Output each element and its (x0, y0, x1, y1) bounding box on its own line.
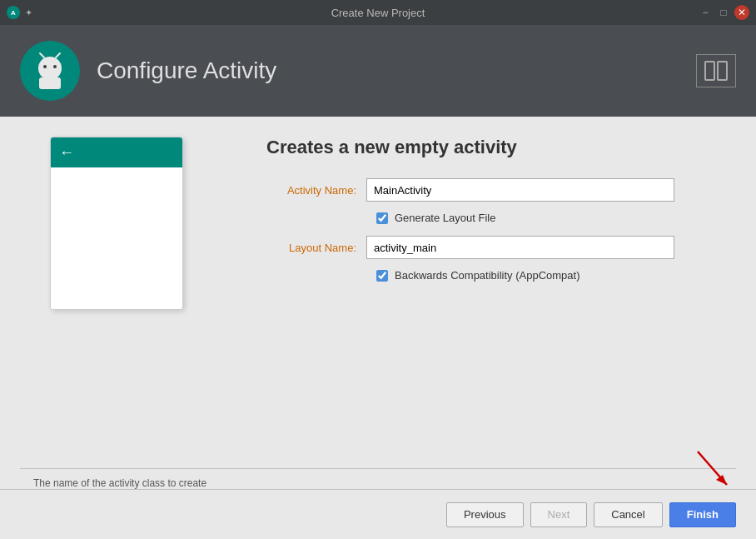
title-bar: A ✦ Create New Project − □ ✕ (0, 0, 756, 25)
window-title: Create New Project (331, 7, 425, 19)
svg-line-4 (56, 53, 60, 57)
svg-line-3 (40, 53, 44, 57)
form-area: Creates a new empty activity Activity Na… (233, 137, 756, 448)
status-text: The name of the activity class to create (0, 469, 756, 489)
backwards-compat-checkbox[interactable] (376, 270, 388, 282)
window-controls: − □ ✕ (698, 5, 749, 20)
view-toggle-button[interactable] (696, 54, 736, 87)
app-icon: A (7, 6, 20, 19)
phone-content-area (51, 167, 182, 309)
layout-name-input[interactable] (366, 236, 674, 259)
svg-point-1 (43, 65, 47, 68)
menu-icon: ✦ (25, 7, 32, 18)
generate-layout-label: Generate Layout File (395, 212, 495, 224)
close-button[interactable]: ✕ (734, 5, 749, 20)
backwards-compat-label: Backwards Compatibility (AppCompat) (395, 269, 580, 282)
activity-name-label: Activity Name: (266, 184, 366, 197)
maximize-button[interactable]: □ (716, 5, 731, 20)
bottom-bar: Previous Next Cancel Finish (0, 489, 756, 539)
activity-name-input[interactable] (366, 178, 674, 202)
generate-layout-checkbox[interactable] (376, 212, 388, 224)
phone-preview-panel: ← (0, 137, 233, 448)
svg-point-2 (53, 65, 57, 68)
content-area: ← Creates a new empty activity Activity … (0, 117, 756, 468)
backwards-compat-row: Backwards Compatibility (AppCompat) (376, 269, 723, 282)
title-bar-left: A ✦ (7, 6, 32, 19)
layout-name-label: Layout Name: (266, 242, 366, 254)
main-content: ← Creates a new empty activity Activity … (0, 117, 756, 539)
android-logo-svg (29, 50, 71, 92)
next-button[interactable]: Next (530, 502, 588, 527)
bottom-section: Previous Next Cancel Finish (0, 489, 756, 539)
cancel-button[interactable]: Cancel (594, 502, 662, 527)
layout-name-row: Layout Name: (266, 236, 723, 259)
view-toggle-icon (704, 61, 728, 81)
svg-rect-7 (718, 62, 727, 80)
minimize-button[interactable]: − (698, 5, 713, 20)
svg-rect-6 (705, 62, 714, 80)
phone-toolbar: ← (51, 137, 182, 167)
wizard-header: Configure Activity (0, 25, 756, 117)
activity-name-row: Activity Name: (266, 178, 723, 202)
svg-point-0 (38, 57, 62, 80)
phone-mockup: ← (50, 137, 183, 310)
svg-rect-5 (39, 77, 61, 89)
android-studio-logo (20, 41, 80, 101)
finish-button[interactable]: Finish (669, 502, 736, 527)
previous-button[interactable]: Previous (446, 502, 524, 527)
wizard-title: Configure Activity (97, 57, 276, 84)
generate-layout-row: Generate Layout File (376, 212, 723, 224)
back-arrow-icon: ← (59, 144, 74, 162)
form-section-title: Creates a new empty activity (266, 137, 723, 158)
